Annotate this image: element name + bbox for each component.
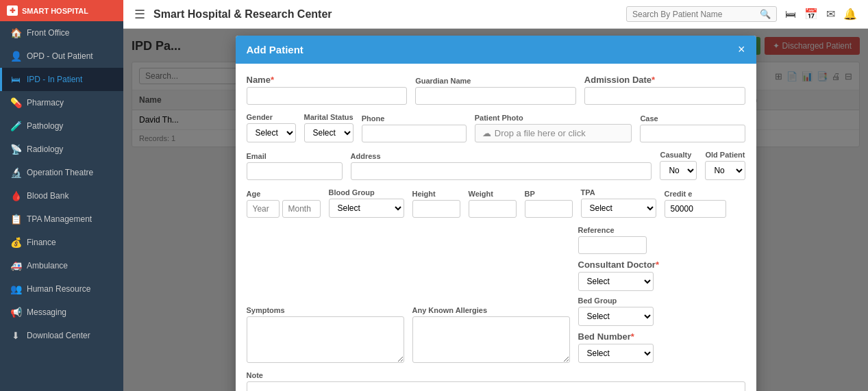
consultant-select[interactable]: Select: [578, 272, 654, 291]
search-icon: 🔍: [760, 9, 771, 19]
operation-icon: 🔬: [10, 167, 21, 178]
messaging-icon: 📢: [10, 307, 21, 318]
address-input[interactable]: [351, 162, 652, 180]
reference-input[interactable]: [578, 236, 647, 254]
sidebar-item-radiology[interactable]: 📡 Radiology: [0, 138, 123, 161]
email-field-group: Email: [247, 152, 343, 180]
hamburger-icon[interactable]: ☰: [134, 7, 145, 22]
admission-field-group: Admission Date*: [584, 75, 745, 105]
gender-field-group: Gender Select: [247, 113, 296, 142]
modal-overlay: Add Patient × Name* Guardian Name: [123, 29, 868, 391]
bed-number-field-group: Bed Number* Select: [578, 331, 659, 363]
sidebar-label: OPD - Out Patient: [27, 51, 93, 61]
case-input[interactable]: [640, 125, 745, 142]
consultant-field-group: Consultant Doctor* Select: [578, 260, 659, 291]
height-label: Height: [412, 190, 460, 198]
pharmacy-icon: 💊: [10, 97, 21, 108]
sidebar-item-download[interactable]: ⬇ Download Center: [0, 324, 123, 347]
file-drop-area[interactable]: ☁ Drop a file here or click: [475, 124, 632, 142]
age-month-input[interactable]: [282, 200, 321, 218]
symptoms-textarea[interactable]: [247, 316, 404, 363]
name-label: Name*: [247, 75, 408, 85]
sidebar-label: Download Center: [27, 331, 90, 340]
marital-field-group: Marital Status Select: [304, 113, 354, 142]
sidebar-item-pathology[interactable]: 🧪 Pathology: [0, 114, 123, 138]
main-area: ☰ Smart Hospital & Research Center 🔍 🛏 📅…: [123, 0, 868, 391]
modal-title: Add Patient: [247, 44, 303, 55]
mail-icon[interactable]: ✉: [826, 8, 835, 21]
admission-date-input[interactable]: [584, 87, 745, 105]
old-patient-select[interactable]: No: [705, 161, 745, 180]
search-input[interactable]: [632, 10, 760, 19]
form-row-4: Age Blood Group Select: [247, 188, 745, 218]
sidebar-item-front-office[interactable]: 🏠 Front Office: [0, 21, 123, 45]
modal-close-button[interactable]: ×: [738, 42, 745, 57]
tpa-label: TPA: [581, 188, 656, 197]
guardian-field-group: Guardian Name: [415, 77, 576, 105]
credit-limit-input[interactable]: [665, 200, 726, 218]
file-drop-text: Drop a file here or click: [495, 128, 586, 138]
age-label: Age: [247, 190, 321, 198]
bed-group-label: Bed Group: [578, 297, 659, 305]
sidebar-item-ambulance[interactable]: 🚑 Ambulance: [0, 254, 123, 277]
bed-group-field-group: Bed Group Select: [578, 297, 659, 326]
email-label: Email: [247, 152, 343, 160]
name-input[interactable]: [247, 87, 408, 105]
bed-number-label: Bed Number*: [578, 331, 659, 342]
tpa-field-group: TPA Select: [581, 188, 656, 218]
form-row-1: Name* Guardian Name Admission Date*: [247, 75, 745, 105]
weight-input[interactable]: [469, 200, 517, 218]
address-label: Address: [351, 152, 652, 160]
bed-number-select[interactable]: Select: [578, 344, 654, 363]
content-area: IPD Pa... + Add Patient ✦ Discharged Pat…: [123, 29, 868, 391]
sidebar-item-pharmacy[interactable]: 💊 Pharmacy: [0, 91, 123, 114]
phone-input[interactable]: [362, 125, 467, 142]
logo-icon: ✚: [7, 5, 18, 16]
calendar-icon[interactable]: 📅: [804, 8, 818, 21]
sidebar-label: Messaging: [27, 307, 66, 317]
tpa-select[interactable]: Select: [581, 199, 656, 218]
bed-group-select[interactable]: Select: [578, 307, 654, 326]
sidebar-item-messaging[interactable]: 📢 Messaging: [0, 301, 123, 324]
pathology-icon: 🧪: [10, 121, 21, 131]
finance-icon: 💰: [10, 237, 21, 248]
note-field-group: Note: [247, 371, 745, 391]
blood-group-label: Blood Group: [329, 188, 404, 197]
allergies-field-group: Any Known Allergies: [412, 306, 570, 363]
blood-group-select[interactable]: Select: [329, 199, 404, 218]
topbar: ☰ Smart Hospital & Research Center 🔍 🛏 📅…: [123, 0, 868, 29]
sidebar-item-blood-bank[interactable]: 🩸 Blood Bank: [0, 184, 123, 207]
age-field-group: Age: [247, 190, 321, 218]
sidebar-item-hr[interactable]: 👥 Human Resource: [0, 277, 123, 301]
case-label: Case: [640, 114, 745, 123]
age-year-input[interactable]: [247, 200, 280, 218]
gender-select[interactable]: Select: [247, 123, 296, 142]
home-icon: 🏠: [10, 27, 21, 38]
person-icon: 👤: [10, 51, 21, 62]
casualty-select[interactable]: No: [660, 161, 697, 180]
bp-input[interactable]: [525, 200, 573, 218]
sidebar-item-finance[interactable]: 💰 Finance: [0, 231, 123, 254]
sidebar-item-operation-theatre[interactable]: 🔬 Operation Theatre: [0, 161, 123, 184]
download-icon: ⬇: [10, 330, 21, 341]
logo-text: SMART HOSPITAL: [22, 7, 88, 15]
bell-icon[interactable]: 🔔: [843, 8, 857, 21]
sidebar-label: Finance: [27, 238, 56, 247]
email-input[interactable]: [247, 162, 343, 180]
sidebar-item-tpa[interactable]: 📋 TPA Management: [0, 207, 123, 231]
note-label: Note: [247, 371, 745, 379]
guardian-input[interactable]: [415, 87, 576, 105]
height-input[interactable]: [412, 200, 460, 218]
bed-status-icon[interactable]: 🛏: [785, 8, 796, 21]
search-bar[interactable]: 🔍: [626, 6, 777, 22]
allergies-textarea[interactable]: [412, 316, 570, 363]
marital-select[interactable]: Select: [304, 123, 354, 142]
bp-field-group: BP: [525, 190, 573, 218]
tpa-icon: 📋: [10, 214, 21, 225]
sidebar-item-ipd[interactable]: 🛏 IPD - In Patient: [0, 68, 123, 91]
gender-label: Gender: [247, 113, 296, 121]
sidebar-label: Front Office: [27, 28, 69, 38]
form-row-6: Note: [247, 371, 745, 391]
note-textarea[interactable]: [247, 381, 745, 391]
sidebar-item-opd[interactable]: 👤 OPD - Out Patient: [0, 45, 123, 68]
